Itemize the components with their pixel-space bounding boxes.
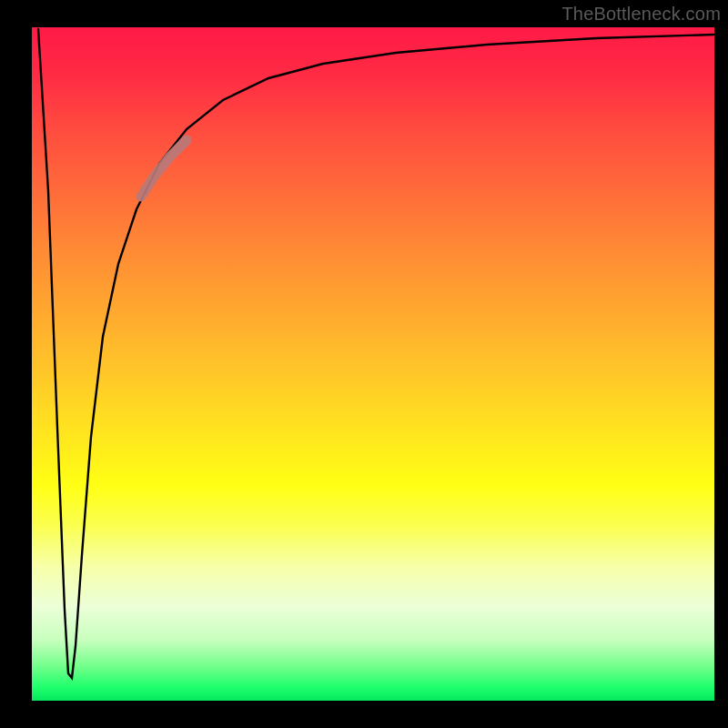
highlight-segment	[141, 140, 187, 197]
chart-plot-area	[32, 27, 714, 701]
attribution-watermark: TheBottleneck.com	[561, 4, 721, 25]
bottleneck-curve-line	[38, 29, 713, 678]
bottleneck-curve-svg	[32, 27, 714, 701]
